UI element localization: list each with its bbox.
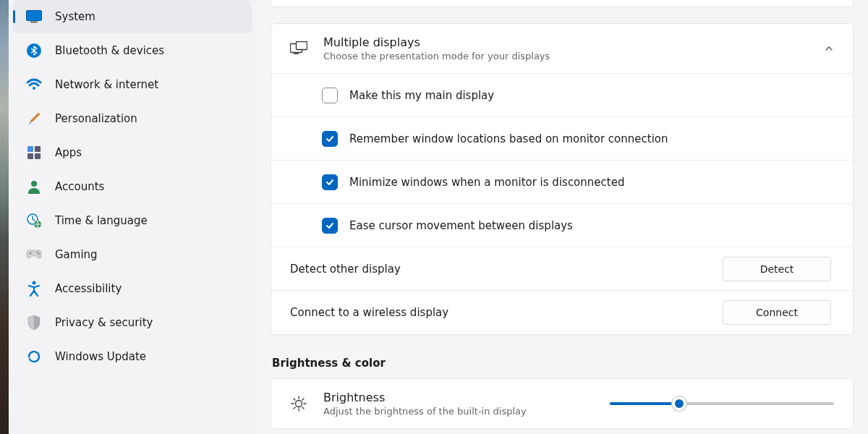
sidebar-item-personalization[interactable]: Personalization xyxy=(13,102,252,135)
multiple-displays-body: Make this my main display Remember windo… xyxy=(271,73,853,334)
sidebar-item-label: Network & internet xyxy=(55,78,158,91)
svg-line-24 xyxy=(302,407,304,409)
accessibility-icon xyxy=(26,281,42,297)
svg-point-3 xyxy=(33,87,35,90)
sidebar-item-label: Accessibility xyxy=(55,282,122,295)
main-display-row: Make this my main display xyxy=(271,74,853,117)
sidebar-item-label: Windows Update xyxy=(55,350,146,363)
system-icon xyxy=(26,9,42,25)
brightness-subtitle: Adjust the brightness of the built-in di… xyxy=(323,406,594,417)
expander-subtitle: Choose the presentation mode for your di… xyxy=(323,51,808,61)
svg-rect-16 xyxy=(297,42,307,50)
svg-line-23 xyxy=(294,399,295,400)
shield-icon xyxy=(26,315,42,331)
sidebar-item-label: System xyxy=(55,10,95,23)
ease-cursor-label: Ease cursor movement between displays xyxy=(349,219,834,232)
brightness-icon xyxy=(290,395,307,412)
bluetooth-icon xyxy=(26,43,42,59)
wifi-icon xyxy=(26,77,42,93)
settings-content: Multiple displays Choose the presentatio… xyxy=(256,0,868,434)
ease-cursor-row: Ease cursor movement between displays xyxy=(271,204,853,247)
gamepad-icon xyxy=(26,247,42,263)
svg-rect-0 xyxy=(27,11,42,21)
svg-rect-4 xyxy=(27,146,33,152)
connect-wireless-row: Connect to a wireless display Connect xyxy=(271,291,853,334)
update-icon xyxy=(26,349,42,365)
sidebar-item-privacy[interactable]: Privacy & security xyxy=(13,306,252,339)
minimize-disconnected-row: Minimize windows when a monitor is disco… xyxy=(271,161,853,204)
sidebar-item-time-language[interactable]: Time & language xyxy=(13,204,252,237)
sidebar-item-system[interactable]: System xyxy=(13,0,252,33)
remember-locations-label: Remember window locations based on monit… xyxy=(349,132,834,145)
svg-point-18 xyxy=(296,401,302,407)
svg-rect-6 xyxy=(27,153,33,159)
ease-cursor-checkbox[interactable] xyxy=(322,218,338,234)
svg-point-14 xyxy=(33,281,36,285)
sidebar-item-label: Personalization xyxy=(55,112,137,125)
main-display-checkbox[interactable] xyxy=(322,88,338,103)
minimize-disconnected-label: Minimize windows when a monitor is disco… xyxy=(349,176,834,189)
sidebar-item-label: Privacy & security xyxy=(55,316,153,329)
multiple-displays-header[interactable]: Multiple displays Choose the presentatio… xyxy=(271,24,853,73)
detect-display-title: Detect other display xyxy=(290,263,711,276)
sidebar-item-windows-update[interactable]: Windows Update xyxy=(13,340,252,373)
sidebar-item-apps[interactable]: Apps xyxy=(13,136,252,169)
remember-locations-checkbox[interactable] xyxy=(322,131,338,147)
svg-rect-1 xyxy=(30,22,38,23)
sidebar-item-bluetooth[interactable]: Bluetooth & devices xyxy=(13,34,252,67)
brightness-slider[interactable] xyxy=(610,402,834,405)
chevron-up-icon xyxy=(824,43,834,54)
svg-point-11 xyxy=(30,252,31,254)
account-icon xyxy=(26,179,42,195)
previous-card-bottom-edge xyxy=(271,0,854,7)
connect-button[interactable]: Connect xyxy=(723,300,831,325)
sidebar-item-network[interactable]: Network & internet xyxy=(13,68,252,101)
sidebar-item-label: Apps xyxy=(55,146,82,159)
desktop-wallpaper-edge xyxy=(0,0,9,434)
brightness-title: Brightness xyxy=(323,391,594,404)
svg-point-8 xyxy=(31,181,37,187)
sidebar-item-accessibility[interactable]: Accessibility xyxy=(13,272,252,305)
svg-rect-5 xyxy=(35,146,41,152)
svg-point-12 xyxy=(37,252,38,253)
detect-button[interactable]: Detect xyxy=(723,257,831,281)
settings-sidebar: System Bluetooth & devices Network & int… xyxy=(9,0,256,434)
connect-wireless-title: Connect to a wireless display xyxy=(290,306,711,319)
remember-locations-row: Remember window locations based on monit… xyxy=(271,117,853,161)
multiple-displays-expander: Multiple displays Choose the presentatio… xyxy=(271,23,854,335)
displays-icon xyxy=(290,40,307,57)
paintbrush-icon xyxy=(26,111,42,127)
brightness-color-heading: Brightness & color xyxy=(272,357,854,370)
apps-icon xyxy=(26,145,42,161)
sidebar-item-label: Time & language xyxy=(55,214,148,227)
svg-line-25 xyxy=(294,407,295,409)
svg-point-13 xyxy=(38,253,40,255)
minimize-disconnected-checkbox[interactable] xyxy=(322,174,338,190)
brightness-card: Brightness Adjust the brightness of the … xyxy=(271,378,854,429)
sidebar-item-gaming[interactable]: Gaming xyxy=(13,238,252,271)
sidebar-item-accounts[interactable]: Accounts xyxy=(13,170,252,203)
detect-display-row: Detect other display Detect xyxy=(271,247,853,291)
svg-line-26 xyxy=(302,399,304,400)
svg-rect-17 xyxy=(294,54,299,55)
sidebar-item-label: Gaming xyxy=(55,248,98,261)
clock-globe-icon xyxy=(26,213,42,229)
sidebar-item-label: Accounts xyxy=(55,180,104,193)
expander-title: Multiple displays xyxy=(323,35,808,49)
sidebar-item-label: Bluetooth & devices xyxy=(55,44,164,57)
svg-rect-7 xyxy=(35,153,41,159)
main-display-label: Make this my main display xyxy=(349,89,834,102)
